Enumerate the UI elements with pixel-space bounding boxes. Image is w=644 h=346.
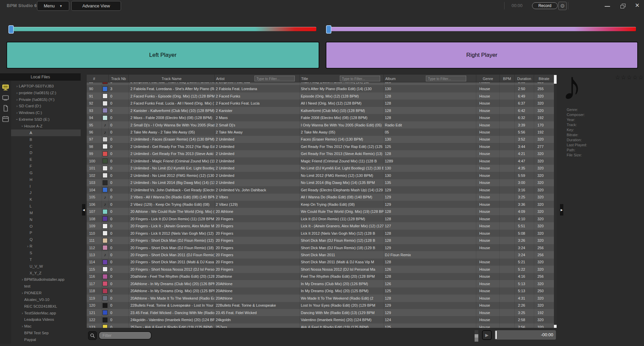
table-row[interactable]: 108020 Fingers - Lick It (DJ Dron Remix)… — [87, 215, 554, 222]
tree-item[interactable]: Alcatec_V0-10 — [11, 296, 81, 303]
left-slider-handle[interactable] — [8, 25, 14, 34]
filter-input[interactable] — [98, 331, 152, 340]
tree-item[interactable]: J — [11, 190, 81, 196]
tree-item[interactable]: ›projekte (\\a0815) (Z:) — [11, 89, 81, 96]
table-row[interactable]: 111020 Fingers - Short Dick Man (DJ Fisu… — [87, 237, 554, 244]
table-row[interactable]: 120022Bullets Feat. Torine & Lovespeake … — [87, 302, 554, 309]
tree-item[interactable]: ›House A-Z — [11, 123, 81, 129]
tree-item[interactable]: S — [11, 249, 81, 256]
collapse-arrow-icon[interactable]: › — [15, 111, 19, 115]
table-row[interactable]: 121023.45 Feat. Fidel Wicked - Dancing W… — [87, 309, 554, 316]
tree-item[interactable]: G — [11, 169, 81, 176]
table-row[interactable]: 9032 Fabiola Feat. Loredana - She's Afte… — [87, 85, 554, 92]
tracklist-vertical-scrollbar[interactable] — [554, 75, 557, 328]
screen-icon[interactable] — [2, 95, 9, 102]
tree-item[interactable]: REC 5CD2418BXL — [11, 303, 81, 310]
tree-item[interactable]: U_V_W — [11, 263, 81, 270]
table-row[interactable]: 116020athlone - Feel The Rhythm (Radio E… — [87, 273, 554, 280]
close-button[interactable]: × — [633, 1, 641, 10]
collapse-sidebar-button[interactable]: ◀ — [82, 204, 85, 216]
table-row[interactable]: 9702 Unlimited - Faces (Eraser Remix) (1… — [87, 136, 554, 143]
column-header-tracknb[interactable]: Track Nb — [108, 75, 128, 82]
table-row[interactable]: 9802 Unlimited - Get Ready For This 2012… — [87, 143, 554, 150]
column-header-name[interactable]: Track Name — [128, 75, 214, 82]
collapse-arrow-icon[interactable]: › — [21, 277, 24, 281]
collapse-arrow-icon[interactable]: › — [15, 98, 19, 102]
column-header-bpm[interactable]: BPM — [499, 75, 514, 82]
tree-item[interactable]: ›Private (\\a0815) (Y:) — [11, 96, 81, 103]
table-row[interactable]: 117020Athlone - In My Dreams (Club Mix) … — [87, 280, 554, 287]
tree-item[interactable]: I — [11, 183, 81, 190]
tree-item[interactable]: Q — [11, 236, 81, 243]
preview-volume-slider[interactable] — [475, 330, 478, 342]
tree-item[interactable]: F — [11, 163, 81, 169]
table-row[interactable]: 9102 Faced Funks - Episode (Orig. Mix) (… — [87, 92, 554, 100]
tree-item[interactable]: X_Y_Z — [11, 270, 81, 276]
star-icon[interactable]: ☆ — [621, 74, 626, 81]
table-row[interactable]: 114020 Fingers - Short Dick Man 2011 (Ma… — [87, 259, 554, 266]
document-icon[interactable] — [2, 105, 9, 112]
collapse-arrow-icon[interactable]: › — [21, 291, 24, 295]
collapse-details-button[interactable]: ▶ — [560, 204, 563, 216]
right-slider-handle[interactable] — [326, 25, 331, 34]
table-row[interactable]: 10202 Unlimited - No Limit 2012 (FMG Rem… — [87, 172, 554, 179]
tree-item[interactable]: ›LAPTOP-5E0TVJB3 — [11, 83, 81, 89]
collapse-arrow-icon[interactable]: › — [15, 104, 19, 108]
album-filter-input[interactable] — [426, 76, 466, 81]
tree-item[interactable]: ›Extreme SSD (E:) — [11, 116, 81, 123]
table-row[interactable]: 9202 Faced Funks Feat. Lucia - All I Nee… — [87, 100, 554, 107]
tree-item[interactable]: H — [11, 176, 81, 183]
table-row[interactable]: 119020Athlone - We Made It To The Weeken… — [87, 295, 554, 302]
table-row[interactable]: 113♪020 Fingers - Short Dick Man 2011 (D… — [87, 251, 554, 258]
menu-button[interactable]: Menu ▼ — [37, 1, 69, 11]
left-player[interactable]: Left Player — [6, 42, 319, 69]
tree-item[interactable]: test — [11, 283, 81, 290]
table-row[interactable]: 10302 Unlimited - No Limit 2014 (Big Daw… — [87, 179, 554, 186]
tree-item[interactable]: B — [11, 136, 81, 143]
tree-item[interactable]: A — [11, 129, 81, 136]
tree-item[interactable]: ›PIONEER — [11, 290, 81, 296]
advance-view-button[interactable]: Advance View — [71, 1, 121, 11]
collapse-arrow-icon[interactable]: › — [15, 91, 19, 95]
table-row[interactable]: 109020 Fingers - Lick It - (Airwin Grane… — [87, 222, 554, 229]
search-button[interactable] — [88, 331, 97, 340]
tree-item[interactable]: O — [11, 223, 81, 230]
tree-item[interactable]: C — [11, 143, 81, 150]
preview-progress-bar[interactable]: -00:00 — [495, 330, 556, 340]
table-row[interactable]: 115020 Fingers - Short Nossa Nossa 2012 … — [87, 266, 554, 273]
record-button[interactable]: Record — [532, 2, 558, 9]
table-row[interactable]: 107020 Athlone - We Could Rule The World… — [87, 208, 554, 215]
right-pitch-slider[interactable] — [328, 27, 636, 31]
tree-item[interactable]: P — [11, 230, 81, 236]
table-row[interactable]: 112020 Fingers - Short Dick Man (DJ Fisu… — [87, 244, 554, 251]
expand-arrow-icon[interactable]: › — [21, 124, 25, 128]
column-header-genre[interactable]: Genre — [476, 75, 499, 82]
tree-item[interactable]: L — [11, 203, 81, 209]
column-header-num[interactable]: # — [87, 75, 102, 82]
slider-thumb[interactable] — [475, 334, 478, 338]
table-row[interactable]: 95♪02 Small Dj's - I Only Wanna Be With … — [87, 121, 554, 128]
column-header-duration[interactable]: Duration — [514, 75, 534, 82]
rating-stars[interactable]: ☆☆☆☆☆ — [615, 74, 643, 81]
left-pitch-slider[interactable] — [11, 27, 316, 31]
table-row[interactable]: 9302 Kanister - Kaltverformt (Club Mix) … — [87, 107, 554, 114]
tree-item[interactable]: ›SD Card (D:) — [11, 103, 81, 110]
restore-button[interactable] — [620, 4, 626, 8]
table-row[interactable]: 122024kgoldn - Valentino (Imanbek Remix)… — [87, 316, 554, 323]
tree-item[interactable]: ›BPMStudioInstaller.app — [11, 276, 81, 283]
star-icon[interactable]: ☆ — [638, 74, 643, 81]
monitor-icon[interactable] — [2, 84, 9, 91]
tree-item[interactable]: E — [11, 156, 81, 163]
star-icon[interactable]: ☆ — [627, 74, 632, 81]
table-row[interactable]: 96♪02 Take Me Away - 2 Take Me Away (05)… — [87, 128, 554, 136]
scrollbar-thumb[interactable] — [554, 75, 557, 84]
table-row[interactable]: 10002 Unlimited - Magic Friend (Criminal… — [87, 157, 554, 164]
table-row[interactable]: 105♪02 Vibes - All I Wanna Do (Radio Edi… — [87, 194, 554, 201]
table-row[interactable]: 118020Athlone - In My Dreams (Orig. Mix)… — [87, 287, 554, 295]
minimize-button[interactable] — [605, 6, 610, 7]
tree-item[interactable]: T — [11, 256, 81, 263]
star-icon[interactable]: ☆ — [633, 74, 638, 81]
tree-item[interactable]: N — [11, 216, 81, 223]
table-row[interactable]: 10102 Unlimited - No Limit (DJ Kym66 Ext… — [87, 165, 554, 172]
table-row[interactable]: 1230257ers - Akk & Feel It (Radio Edit) … — [87, 323, 554, 328]
